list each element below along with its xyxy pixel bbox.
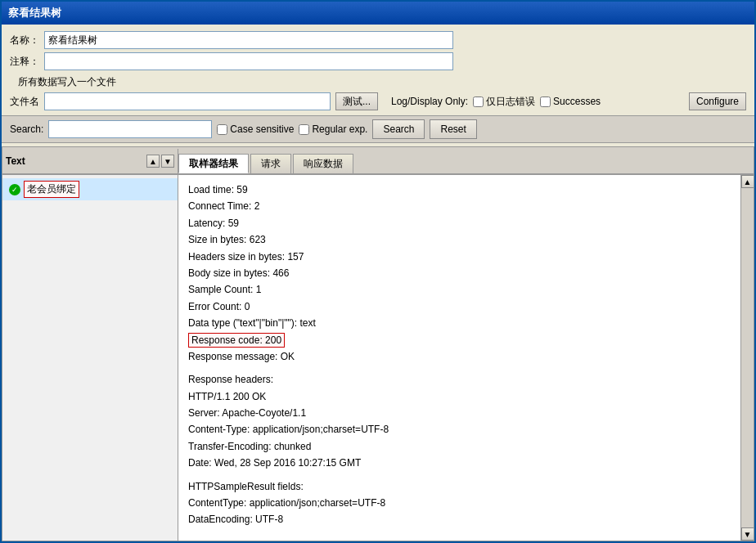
content-panel: Load time: 59 Connect Time: 2 Latency: 5… — [178, 175, 740, 541]
line-httpsample-fields: HTTPSampleResult fields: — [188, 478, 731, 495]
only-errors-label: 仅日志错误 — [486, 95, 535, 109]
line-response-headers: Response headers: — [188, 371, 731, 388]
case-sensitive-text: Case sensitive — [230, 123, 294, 135]
section-label: 所有数据写入一个文件 — [18, 75, 746, 89]
line-data-type: Data type ("text"|"bin"|""): text — [188, 315, 731, 331]
comment-input[interactable] — [44, 52, 453, 70]
successes-checkbox-label[interactable]: Successes — [540, 96, 601, 107]
scroll-down-btn[interactable]: ▼ — [741, 527, 754, 541]
regular-exp-checkbox[interactable] — [299, 124, 309, 135]
tab-sample-result[interactable]: 取样器结果 — [178, 154, 249, 173]
body-panel: ✓ 老会员绑定 Load time: 59 Connect Time: 2 La… — [2, 175, 754, 541]
name-row: 名称： — [10, 31, 746, 49]
file-row: 文件名 测试... Log/Display Only: 仅日志错误 Succes… — [10, 92, 746, 110]
line-load-time: Load time: 59 — [188, 182, 731, 198]
content-text: Load time: 59 Connect Time: 2 Latency: 5… — [188, 182, 731, 528]
search-input[interactable] — [48, 120, 212, 138]
line-sample-count: Sample Count: 1 — [188, 281, 731, 298]
line-transfer-encoding: Transfer-Encoding: chunked — [188, 438, 731, 455]
tree-panel: ✓ 老会员绑定 — [2, 175, 178, 541]
line-size: Size in bytes: 623 — [188, 231, 731, 248]
tree-item[interactable]: ✓ 老会员绑定 — [2, 178, 178, 200]
tab-response-data[interactable]: 响应数据 — [293, 154, 353, 173]
tree-item-label: 老会员绑定 — [24, 181, 79, 198]
regular-exp-label[interactable]: Regular exp. — [299, 123, 367, 135]
search-button[interactable]: Search — [372, 119, 425, 139]
top-section: 名称： 注释： 所有数据写入一个文件 文件名 测试... Log/Display… — [2, 25, 754, 146]
spacer2 — [188, 472, 731, 478]
comment-row: 注释： — [10, 52, 746, 70]
line-headers-size: Headers size in bytes: 157 — [188, 249, 731, 265]
scroll-track[interactable] — [741, 188, 754, 527]
configure-button[interactable]: Configure — [689, 92, 746, 110]
reset-button[interactable]: Reset — [430, 119, 476, 139]
file-label: 文件名 — [10, 95, 39, 109]
line-response-message: Response message: OK — [188, 348, 731, 365]
tab-request-label: 请求 — [261, 157, 281, 171]
tab-response-data-label: 响应数据 — [304, 157, 343, 171]
title-bar: 察看结果树 — [2, 2, 754, 25]
window-title: 察看结果树 — [8, 6, 61, 20]
line-data-encoding: DataEncoding: UTF-8 — [188, 511, 731, 527]
file-input[interactable] — [44, 92, 331, 110]
tree-panel-header: Text ▲ ▼ — [2, 149, 178, 173]
collapse-btn[interactable]: ▲ — [146, 155, 160, 168]
line-body-size: Body size in bytes: 466 — [188, 265, 731, 281]
line-content-type-field: ContentType: application/json;charset=UT… — [188, 495, 731, 511]
regular-exp-text: Regular exp. — [312, 123, 367, 135]
spacer1 — [188, 365, 731, 371]
name-input[interactable] — [44, 31, 453, 49]
comment-label: 注释： — [10, 55, 39, 69]
successes-label: Successes — [553, 96, 601, 107]
scrollbar: ▲ ▼ — [740, 175, 754, 541]
line-content-type: Content-Type: application/json;charset=U… — [188, 421, 731, 438]
tabs-row: Text ▲ ▼ 取样器结果 请求 响应数据 — [2, 147, 754, 175]
log-label: Log/Display Only: — [391, 96, 468, 107]
case-sensitive-label[interactable]: Case sensitive — [217, 123, 294, 135]
main-window: 察看结果树 名称： 注释： 所有数据写入一个文件 文件名 测试... Log/D… — [0, 0, 756, 543]
main-panel: Text ▲ ▼ 取样器结果 请求 响应数据 ✓ 老会员绑定 — [2, 146, 754, 541]
tab-sample-result-label: 取样器结果 — [189, 157, 238, 171]
successes-checkbox[interactable] — [540, 96, 551, 107]
case-sensitive-checkbox[interactable] — [217, 124, 227, 135]
line-http-status: HTTP/1.1 200 OK — [188, 388, 731, 405]
line-date: Date: Wed, 28 Sep 2016 10:27:15 GMT — [188, 455, 731, 471]
only-errors-checkbox-label[interactable]: 仅日志错误 — [473, 95, 535, 109]
tab-request[interactable]: 请求 — [250, 154, 291, 173]
line-error-count: Error Count: 0 — [188, 298, 731, 315]
search-bar: Search: Case sensitive Regular exp. Sear… — [2, 115, 754, 143]
line-response-code: Response code: 200 — [188, 332, 731, 348]
name-label: 名称： — [10, 34, 39, 47]
only-errors-checkbox[interactable] — [473, 96, 484, 107]
line-latency: Latency: 59 — [188, 215, 731, 231]
status-success-icon: ✓ — [9, 184, 20, 195]
expand-btn[interactable]: ▼ — [161, 155, 174, 168]
line-server: Server: Apache-Coyote/1.1 — [188, 405, 731, 421]
browse-button[interactable]: 测试... — [335, 92, 378, 110]
scroll-up-btn[interactable]: ▲ — [741, 175, 754, 188]
tree-header-label: Text — [6, 155, 145, 167]
line-connect-time: Connect Time: 2 — [188, 198, 731, 214]
response-code-highlight: Response code: 200 — [188, 333, 285, 348]
search-label: Search: — [10, 123, 43, 135]
